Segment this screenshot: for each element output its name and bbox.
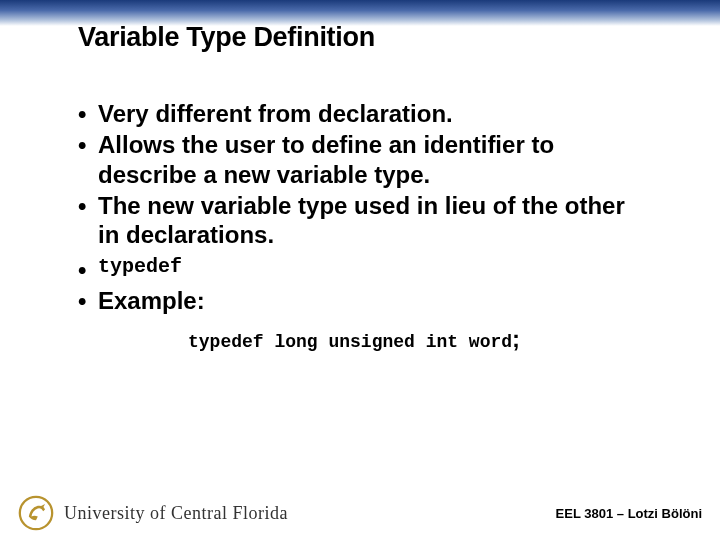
- slide-title: Variable Type Definition: [78, 22, 650, 53]
- footer: University of Central Florida EEL 3801 –…: [0, 492, 720, 540]
- bullet-item-code: typedef: [78, 255, 650, 279]
- university-name: University of Central Florida: [64, 503, 288, 524]
- code-semicolon: ;: [512, 325, 520, 352]
- code-text: typedef long unsigned int word: [188, 332, 512, 352]
- svg-point-0: [20, 497, 52, 529]
- slide-content: Variable Type Definition Very different …: [0, 0, 720, 353]
- bullet-item: Example:: [78, 286, 650, 315]
- example-code-line: typedef long unsigned int word;: [188, 325, 650, 353]
- bullet-item: Very different from declaration.: [78, 99, 650, 128]
- bullet-list: Very different from declaration. Allows …: [78, 99, 650, 315]
- university-logo-block: University of Central Florida: [18, 495, 288, 531]
- pegasus-icon: [18, 495, 54, 531]
- bullet-item: The new variable type used in lieu of th…: [78, 191, 650, 250]
- course-tag: EEL 3801 – Lotzi Bölöni: [556, 506, 702, 521]
- bullet-item: Allows the user to define an identifier …: [78, 130, 650, 189]
